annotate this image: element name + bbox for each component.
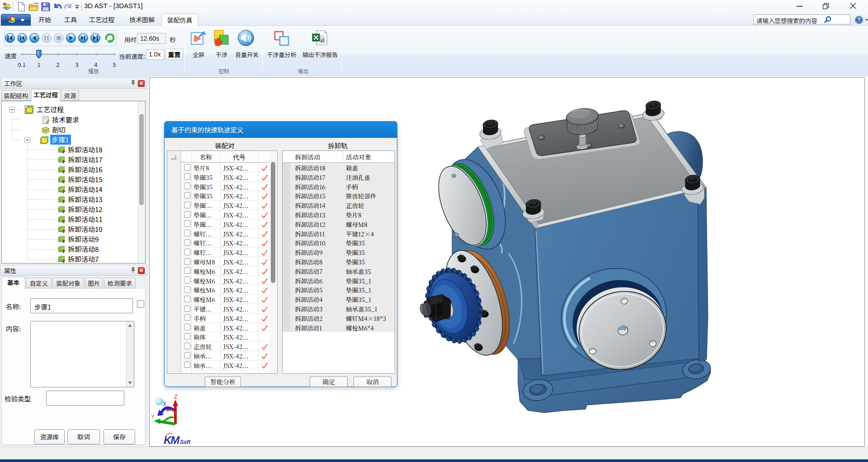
svg-text:Soft: Soft	[180, 439, 191, 445]
svg-text:?: ?	[857, 17, 860, 23]
svg-text:Y: Y	[151, 414, 155, 420]
svg-text:Z: Z	[174, 394, 178, 401]
svg-text:X: X	[163, 401, 166, 408]
